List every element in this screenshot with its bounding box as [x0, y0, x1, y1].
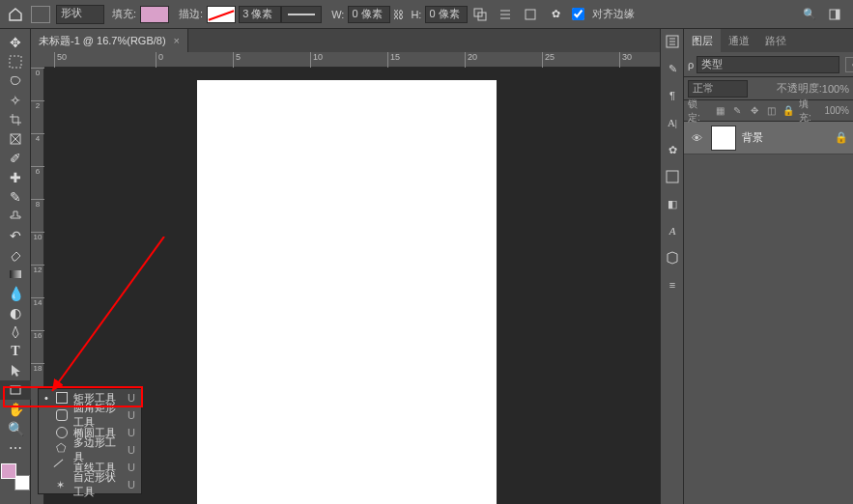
stroke-width-field[interactable] [239, 6, 281, 23]
ruler-tick: 50 [54, 52, 67, 68]
lock-pixels-icon[interactable]: ▦ [713, 104, 726, 118]
document-tab[interactable]: 未标题-1 @ 16.7%(RGB/8) × [31, 29, 188, 52]
blend-mode-select[interactable]: 正常 [688, 80, 748, 98]
layer-thumbnail[interactable] [711, 126, 736, 151]
stroke-label: 描边: [179, 7, 203, 21]
custom-shape-tool-item[interactable]: 自定形状工具 U [39, 476, 141, 493]
libraries-panel-icon[interactable] [661, 245, 684, 270]
custom-shape-icon [56, 479, 68, 490]
foreground-color[interactable] [1, 463, 16, 479]
eraser-tool[interactable] [0, 245, 31, 265]
type-tool[interactable]: T [0, 342, 31, 361]
visibility-icon[interactable]: 👁 [688, 132, 705, 144]
lock-all-icon[interactable]: 🔒 [782, 104, 795, 118]
tab-layers[interactable]: 图层 [684, 29, 721, 52]
lock-position-icon[interactable]: ✎ [730, 104, 744, 118]
fill-value[interactable]: 100% [824, 105, 849, 116]
svg-rect-8 [11, 386, 20, 394]
fill-label: 填充: [112, 7, 136, 21]
gear-icon[interactable]: ✿ [545, 4, 566, 25]
color-swatches[interactable] [1, 463, 30, 490]
horizontal-ruler: 50 0 5 10 15 20 25 30 [44, 52, 660, 68]
fill-swatch[interactable] [140, 6, 169, 23]
glyphs-panel-icon[interactable]: ✿ [661, 137, 684, 162]
opacity-value[interactable]: 100% [822, 83, 849, 95]
fill-label: 填充: [799, 98, 820, 125]
brush-tool[interactable]: ✎ [0, 187, 31, 207]
ellipse-icon [56, 427, 68, 438]
blur-tool[interactable]: 💧 [0, 284, 31, 303]
tools-panel: ✥ ✧ ✐ ✚ ✎ ↶ 💧 ◐ T ✋ 🔍 ⋯ [0, 29, 31, 504]
line-icon [54, 460, 71, 476]
gradient-tool[interactable] [0, 265, 31, 284]
shape-tool-flyout: • 矩形工具 U 圆角矩形工具 U 椭圆工具 U 多边形工具 U 直线工具 U … [38, 388, 142, 494]
path-select-tool[interactable] [0, 361, 31, 380]
selected-dot: • [44, 392, 50, 404]
workspace-icon[interactable] [824, 4, 845, 25]
rounded-rect-icon [56, 409, 68, 421]
arrange-icon[interactable] [520, 4, 541, 25]
paragraph-panel-icon[interactable]: ¶ [661, 83, 684, 108]
hand-tool[interactable]: ✋ [0, 400, 31, 419]
panel-tabs: 图层 通道 路径 [684, 29, 853, 52]
link-wh-icon[interactable]: ⛓ [393, 9, 404, 20]
background-color[interactable] [14, 475, 30, 490]
info-panel-icon[interactable]: ≡ [661, 272, 684, 297]
pen-tool[interactable] [0, 322, 31, 342]
lock-nested-icon[interactable]: ◫ [765, 104, 779, 118]
rounded-rect-tool-item[interactable]: 圆角矩形工具 U [39, 406, 141, 424]
brush-panel-icon[interactable]: ✎ [661, 56, 684, 81]
tool-preset-swatch[interactable] [31, 6, 50, 23]
svg-rect-2 [526, 10, 535, 19]
document-tabs: 未标题-1 @ 16.7%(RGB/8) × [31, 29, 660, 52]
heal-tool[interactable]: ✚ [0, 168, 31, 187]
frame-tool[interactable] [0, 129, 31, 149]
height-field[interactable] [425, 6, 468, 23]
stroke-style-select[interactable] [281, 6, 322, 23]
history-brush-tool[interactable]: ↶ [0, 226, 31, 245]
filter-pixel-icon[interactable]: ▪ [845, 57, 853, 72]
layer-list: 👁 背景 🔒 [684, 122, 853, 154]
align-icon[interactable] [495, 4, 516, 25]
move-tool[interactable]: ✥ [0, 33, 31, 52]
align-edges-checkbox[interactable] [572, 8, 584, 20]
wand-tool[interactable]: ✧ [0, 91, 31, 110]
styles-panel-icon[interactable]: A [661, 218, 684, 243]
marquee-tool[interactable] [0, 52, 31, 71]
polygon-tool-item[interactable]: 多边形工具 U [39, 441, 141, 459]
lock-icon[interactable]: 🔒 [834, 131, 849, 144]
height-label: H: [411, 9, 421, 20]
adjustments-panel-icon[interactable]: ◧ [661, 191, 684, 216]
width-field[interactable] [348, 6, 390, 23]
layer-name[interactable]: 背景 [742, 130, 834, 145]
stamp-tool[interactable] [0, 207, 31, 226]
close-icon[interactable]: × [174, 35, 180, 46]
tab-paths[interactable]: 路径 [757, 29, 794, 52]
svg-rect-5 [10, 56, 21, 68]
tab-channels[interactable]: 通道 [721, 29, 757, 52]
search-icon[interactable]: 🔍 [799, 4, 820, 25]
layer-filter-input[interactable] [697, 56, 839, 73]
edit-toolbar[interactable]: ⋯ [0, 438, 31, 458]
home-icon[interactable] [6, 5, 25, 24]
document-page[interactable] [197, 80, 497, 504]
dodge-tool[interactable]: ◐ [0, 303, 31, 322]
stroke-swatch[interactable] [207, 6, 236, 23]
layer-row[interactable]: 👁 背景 🔒 [684, 122, 853, 154]
lock-artboard-icon[interactable]: ✥ [748, 104, 761, 118]
zoom-tool[interactable]: 🔍 [0, 419, 31, 438]
lock-label: 锁定: [688, 98, 709, 125]
eyedropper-tool[interactable]: ✐ [0, 149, 31, 168]
lasso-tool[interactable] [0, 71, 31, 91]
shape-tool[interactable] [0, 380, 31, 400]
properties-panel-icon[interactable] [661, 164, 684, 189]
opacity-label: 不透明度: [777, 81, 822, 96]
layer-filter-row: ρ ▪ ◐ T ▢ ◫ [684, 52, 853, 77]
path-ops-icon[interactable] [469, 4, 491, 25]
history-panel-icon[interactable] [661, 29, 684, 54]
crop-tool[interactable] [0, 110, 31, 129]
document-title: 未标题-1 @ 16.7%(RGB/8) [39, 34, 166, 48]
character-panel-icon[interactable]: A| [661, 110, 684, 135]
layers-panel: 图层 通道 路径 ρ ▪ ◐ T ▢ ◫ 正常 不透明度: 100% 锁定: ▦… [683, 29, 853, 504]
shape-mode-select[interactable]: 形状 [56, 5, 104, 24]
